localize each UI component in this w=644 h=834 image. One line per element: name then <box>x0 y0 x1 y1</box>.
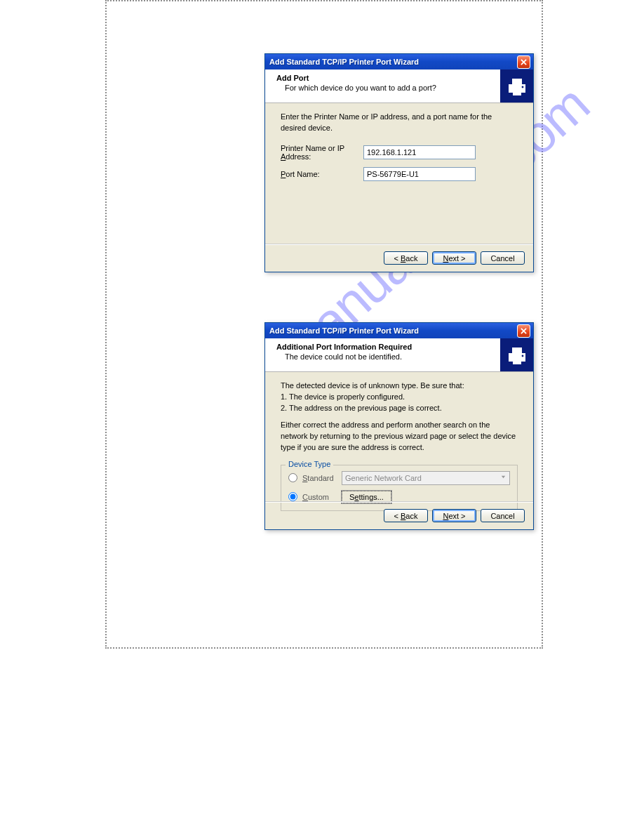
titlebar: Add Standard TCP/IP Printer Port Wizard <box>265 54 533 70</box>
close-button[interactable] <box>517 55 530 69</box>
close-button[interactable] <box>517 324 530 338</box>
svg-rect-5 <box>512 348 522 353</box>
titlebar: Add Standard TCP/IP Printer Port Wizard <box>265 323 533 338</box>
label-printer-ip: Printer Name or IP Address: <box>281 144 363 161</box>
instruction-text: Either correct the address and perform a… <box>281 420 518 454</box>
printer-icon <box>500 338 533 371</box>
input-port-name[interactable] <box>363 167 476 181</box>
svg-rect-1 <box>512 79 522 84</box>
radio-row-standard: Standard Generic Network Card <box>288 471 510 485</box>
svg-rect-4 <box>509 353 525 362</box>
svg-rect-0 <box>509 84 525 93</box>
input-printer-ip[interactable] <box>363 145 476 159</box>
row-printer-ip: Printer Name or IP Address: <box>281 144 518 161</box>
next-button[interactable]: Next > <box>432 509 476 522</box>
label-standard: Standard <box>302 474 342 482</box>
intro-text: Enter the Printer Name or IP address, an… <box>281 112 518 134</box>
header-subtitle: The device could not be identified. <box>276 352 500 361</box>
svg-rect-2 <box>513 93 521 95</box>
dialog-body: The detected device is of unknown type. … <box>265 372 533 511</box>
dialog-body: Enter the Printer Name or IP address, an… <box>265 103 533 181</box>
svg-point-7 <box>521 355 523 357</box>
chevron-down-icon <box>498 472 508 482</box>
header-subtitle: For which device do you want to add a po… <box>276 84 500 92</box>
document-page: manualshive.com Add Standard TCP/IP Prin… <box>0 0 644 834</box>
dropdown-value: Generic Network Card <box>345 474 422 482</box>
radio-standard[interactable] <box>288 473 297 482</box>
close-icon <box>521 59 527 65</box>
printer-icon <box>500 70 533 102</box>
row-port-name: Port Name: <box>281 167 518 181</box>
back-button[interactable]: < Back <box>384 509 428 522</box>
window-title: Add Standard TCP/IP Printer Port Wizard <box>269 58 517 66</box>
button-bar: < Back Next > Cancel <box>265 244 533 272</box>
wizard-dialog-port-info: Add Standard TCP/IP Printer Port Wizard … <box>264 322 534 530</box>
button-bar: < Back Next > Cancel <box>265 501 533 529</box>
radio-custom[interactable] <box>288 492 297 501</box>
header-text: Additional Port Information Required The… <box>265 338 500 371</box>
svg-point-3 <box>521 86 523 88</box>
dialog-header: Add Port For which device do you want to… <box>265 70 533 103</box>
next-button[interactable]: Next > <box>432 251 476 265</box>
page-frame: manualshive.com Add Standard TCP/IP Prin… <box>105 0 543 649</box>
header-title: Additional Port Information Required <box>276 343 500 351</box>
cancel-button[interactable]: Cancel <box>481 509 525 522</box>
svg-rect-6 <box>513 362 521 364</box>
fieldset-legend: Device Type <box>286 460 333 468</box>
window-title: Add Standard TCP/IP Printer Port Wizard <box>269 326 517 335</box>
header-title: Add Port <box>276 74 500 82</box>
label-custom: Custom <box>302 493 342 501</box>
close-icon <box>521 328 527 334</box>
back-button[interactable]: < Back <box>384 251 428 265</box>
dropdown-device-type: Generic Network Card <box>342 471 510 485</box>
label-port-name: Port Name: <box>281 170 363 178</box>
error-description: The detected device is of unknown type. … <box>281 380 518 414</box>
cancel-button[interactable]: Cancel <box>481 251 525 265</box>
dialog-header: Additional Port Information Required The… <box>265 338 533 372</box>
header-text: Add Port For which device do you want to… <box>265 70 500 102</box>
wizard-dialog-add-port: Add Standard TCP/IP Printer Port Wizard … <box>264 53 534 272</box>
